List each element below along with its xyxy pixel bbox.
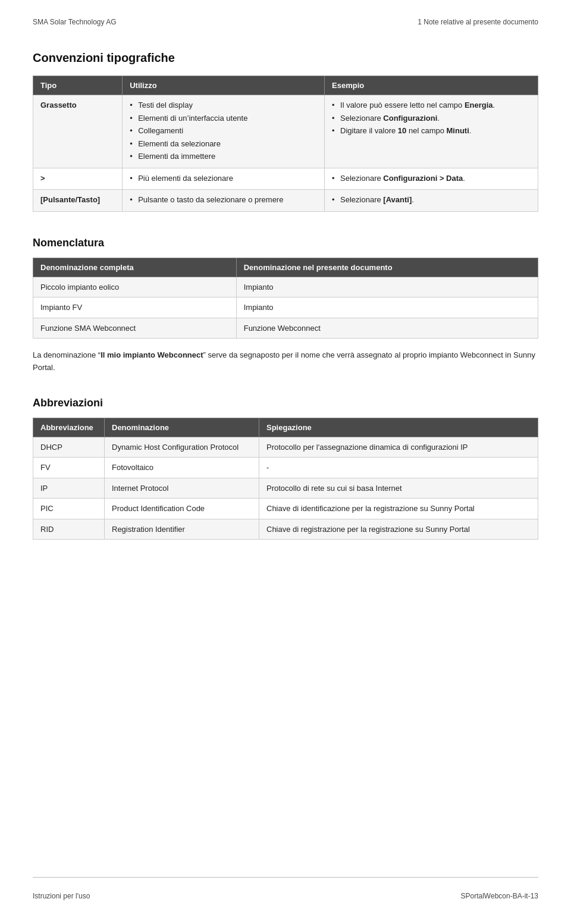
nomenclatura-note: La denominazione “Il mio impianto Webcon…: [33, 349, 538, 374]
abbreviazioni-title: Abbreviazioni: [33, 397, 538, 409]
list-item: Elementi da immettere: [130, 151, 317, 162]
nom-cell-1-breve: Impianto: [236, 277, 538, 297]
list-item: Collegamenti: [130, 125, 317, 137]
table-row: IP Internet Protocol Protocollo di rete …: [33, 478, 538, 499]
cell-utilizzo-2: Più elementi da selezionare: [123, 168, 325, 190]
abbr-col-abbr: Abbreviazione: [33, 418, 105, 437]
abbr-cell-rid-den: Registration Identifier: [105, 519, 259, 540]
table-row: [Pulsante/Tasto] Pulsante o tasto da sel…: [33, 190, 538, 212]
nom-cell-3-breve: Funzione Webconnect: [236, 318, 538, 339]
table-row: RID Registration Identifier Chiave di re…: [33, 519, 538, 540]
list-item: Più elementi da selezionare: [130, 173, 317, 184]
nom-cell-1-completa: Piccolo impianto eolico: [33, 277, 237, 297]
conv-col-esempio: Esempio: [325, 76, 538, 95]
abbr-col-spieg: Spiegazione: [259, 418, 538, 437]
conv-col-utilizzo: Utilizzo: [123, 76, 325, 95]
cell-tipo-2: >: [33, 168, 123, 190]
nom-cell-2-completa: Impianto FV: [33, 297, 237, 318]
cell-tipo-3: [Pulsante/Tasto]: [33, 190, 123, 212]
cell-esempio-1: Il valore può essere letto nel campo Ene…: [325, 95, 538, 168]
table-row: Impianto FV Impianto: [33, 297, 538, 318]
page: SMA Solar Technology AG 1 Note relative …: [0, 0, 571, 924]
list-item: Selezionare Configurazioni > Data.: [332, 173, 531, 184]
list-item: Selezionare [Avanti].: [332, 194, 531, 206]
nom-cell-3-completa: Funzione SMA Webconnect: [33, 318, 237, 339]
abbr-col-den: Denominazione: [105, 418, 259, 437]
table-row: Funzione SMA Webconnect Funzione Webconn…: [33, 318, 538, 339]
list-item: Il valore può essere letto nel campo Ene…: [332, 99, 531, 111]
abbr-cell-pic-abbr: PIC: [33, 499, 105, 519]
nomenclatura-table: Denominazione completa Denominazione nel…: [33, 258, 538, 339]
header-left: SMA Solar Technology AG: [33, 18, 117, 26]
cell-utilizzo-1: Testi del display Elementi di un’interfa…: [123, 95, 325, 168]
abbr-cell-pic-spieg: Chiave di identificazione per la registr…: [259, 499, 538, 519]
cell-utilizzo-3: Pulsante o tasto da selezionare o premer…: [123, 190, 325, 212]
convenzioni-title: Convenzioni tipografiche: [33, 51, 538, 65]
abbr-cell-dhcp-spieg: Protocollo per l'assegnazione dinamica d…: [259, 437, 538, 458]
list-item: Pulsante o tasto da selezionare o premer…: [130, 194, 317, 206]
abbr-cell-dhcp-den: Dynamic Host Configuration Protocol: [105, 437, 259, 458]
nomenclatura-title: Nomenclatura: [33, 237, 538, 249]
abbr-cell-fv-abbr: FV: [33, 458, 105, 478]
cell-esempio-2: Selezionare Configurazioni > Data.: [325, 168, 538, 190]
header-right: 1 Note relative al presente documento: [418, 18, 538, 26]
list-item: Testi del display: [130, 99, 317, 111]
conv-col-tipo: Tipo: [33, 76, 123, 95]
convenzioni-table: Tipo Utilizzo Esempio Grassetto Testi de…: [33, 76, 538, 212]
table-row: Grassetto Testi del display Elementi di …: [33, 95, 538, 168]
abbr-cell-ip-den: Internet Protocol: [105, 478, 259, 499]
nom-col-breve: Denominazione nel presente documento: [236, 258, 538, 277]
cell-tipo-1: Grassetto: [33, 95, 123, 168]
abbr-cell-fv-den: Fotovoltaico: [105, 458, 259, 478]
list-item: Digitare il valore 10 nel campo Minuti.: [332, 125, 531, 137]
cell-esempio-3: Selezionare [Avanti].: [325, 190, 538, 212]
footer-right: SPortalWebcon-BA-it-13: [461, 892, 539, 900]
list-item: Elementi di un’interfaccia utente: [130, 112, 317, 124]
nom-col-completa: Denominazione completa: [33, 258, 237, 277]
abbr-cell-ip-spieg: Protocollo di rete su cui si basa Intern…: [259, 478, 538, 499]
abbr-cell-fv-spieg: -: [259, 458, 538, 478]
table-row: PIC Product Identification Code Chiave d…: [33, 499, 538, 519]
table-row: FV Fotovoltaico -: [33, 458, 538, 478]
list-item: Elementi da selezionare: [130, 138, 317, 150]
nom-cell-2-breve: Impianto: [236, 297, 538, 318]
page-footer: Istruzioni per l'uso SPortalWebcon-BA-it…: [33, 877, 538, 900]
list-item: Selezionare Configurazioni.: [332, 112, 531, 124]
table-row: DHCP Dynamic Host Configuration Protocol…: [33, 437, 538, 458]
table-row: > Più elementi da selezionare Selezionar…: [33, 168, 538, 190]
abbr-cell-ip-abbr: IP: [33, 478, 105, 499]
abbr-cell-rid-abbr: RID: [33, 519, 105, 540]
abbr-cell-rid-spieg: Chiave di registrazione per la registraz…: [259, 519, 538, 540]
abbreviazioni-table: Abbreviazione Denominazione Spiegazione …: [33, 418, 538, 540]
abbr-cell-dhcp-abbr: DHCP: [33, 437, 105, 458]
table-row: Piccolo impianto eolico Impianto: [33, 277, 538, 297]
abbr-cell-pic-den: Product Identification Code: [105, 499, 259, 519]
page-header: SMA Solar Technology AG 1 Note relative …: [33, 18, 538, 26]
footer-left: Istruzioni per l'uso: [33, 892, 90, 900]
